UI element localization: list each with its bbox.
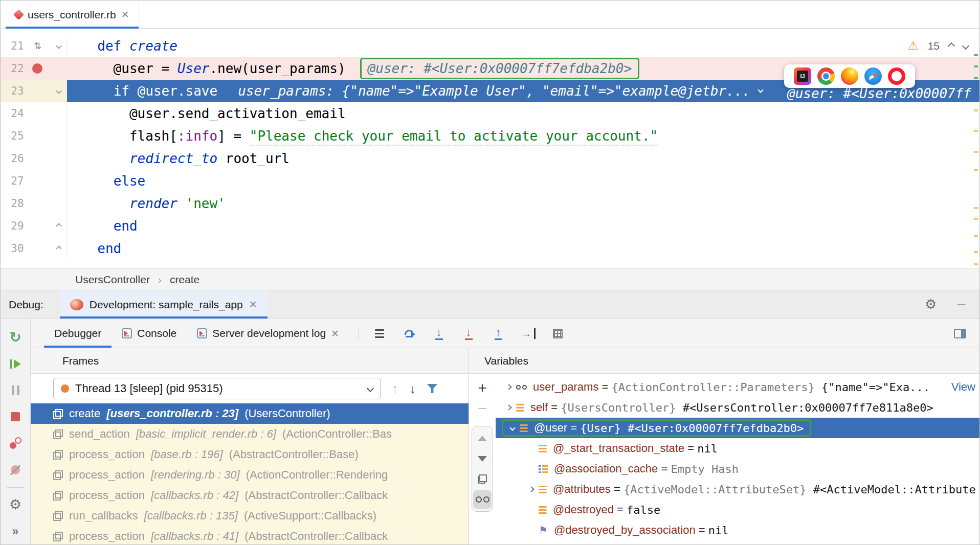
grid-button[interactable] [546, 322, 569, 345]
breadcrumb-class[interactable]: UsersController [75, 274, 150, 286]
frame-method: process_action [69, 530, 145, 543]
layout-icon[interactable] [954, 329, 966, 338]
editor-line[interactable]: 29 end [1, 215, 979, 237]
tab-debugger[interactable]: Debugger [44, 319, 112, 348]
previous-frame-icon[interactable]: ↑ [392, 381, 398, 396]
code-text: create [129, 35, 177, 57]
tab-close-icon[interactable]: ✕ [331, 328, 339, 339]
frame-row[interactable]: process_action[rendering.rb : 30](Action… [31, 465, 469, 485]
view-breakpoints-button[interactable] [1, 430, 30, 457]
thread-selector[interactable]: Thread 13 [sleep] (pid 95315) [53, 378, 381, 399]
frame-row[interactable]: run_callbacks[callbacks.rb : 135](Active… [31, 506, 469, 526]
expand-toggle[interactable] [505, 426, 520, 430]
frame-location: [callbacks.rb : 41] [151, 530, 238, 543]
code-line: redirect_to root_url [67, 147, 979, 170]
pause-icon [12, 385, 19, 395]
warning-mark [974, 263, 978, 265]
add-watch-button[interactable]: + [472, 378, 493, 398]
variable-content: @_start_transaction_state = nil [524, 438, 718, 459]
tab-server-development-log[interactable]: Server development log✕ [187, 319, 349, 348]
editor-line[interactable]: 27 else [1, 170, 979, 192]
rerun-button[interactable]: ↻ [1, 324, 30, 351]
fold-end-icon[interactable] [56, 245, 61, 251]
breakpoint-icon[interactable] [32, 63, 42, 74]
idea-icon[interactable] [794, 67, 811, 85]
breadcrumb-method[interactable]: create [170, 274, 199, 286]
frame-row[interactable]: create[users_controller.rb : 23](UsersCo… [31, 403, 469, 424]
inspection-widget[interactable]: ⚠ 15 [908, 39, 968, 53]
editor-line[interactable]: 28 render 'new' [1, 192, 979, 215]
tab-console[interactable]: Console [112, 319, 187, 348]
expand-toggle[interactable] [502, 405, 516, 410]
move-down-button[interactable] [473, 449, 492, 468]
view-link[interactable]: View [951, 380, 979, 394]
variable-row[interactable]: user_params = {ActionController::Paramet… [496, 377, 979, 397]
opera-icon[interactable] [888, 67, 905, 85]
chrome-icon[interactable] [817, 67, 835, 85]
duplicate-button[interactable] [473, 470, 492, 488]
expand-toggle[interactable] [524, 487, 539, 491]
settings-button[interactable]: ⚙ [1, 492, 30, 518]
resume-button[interactable] [1, 351, 30, 377]
thread-dropdown-icon[interactable] [367, 385, 374, 392]
variable-row[interactable]: ⚑@destroyed_by_association = nil [496, 520, 979, 540]
variable-row[interactable]: @attributes = {ActiveModel::AttributeSet… [496, 479, 979, 499]
frame-icon [53, 491, 63, 501]
run-to-cursor-button[interactable]: → [517, 322, 539, 345]
step-into-button[interactable]: ↓ [428, 322, 450, 345]
code-text: render [129, 192, 177, 215]
toolbar-separator [7, 487, 24, 488]
firefox-icon[interactable] [841, 67, 858, 85]
menu-button[interactable] [368, 322, 391, 345]
editor-line[interactable]: 21⇅ def create [1, 35, 979, 57]
pause-button[interactable] [1, 377, 30, 404]
frame-row[interactable]: process_action[callbacks.rb : 42](Abstra… [31, 485, 469, 506]
prev-problem-icon[interactable] [948, 42, 955, 49]
run-config-tab[interactable]: Development: sample_rails_app ✕ [60, 290, 268, 319]
editor-line[interactable]: 30 end [1, 237, 979, 260]
field-icon [539, 445, 547, 452]
next-frame-icon[interactable]: ↓ [410, 381, 416, 396]
run-config-close-icon[interactable]: ✕ [249, 299, 257, 310]
settings-gear-icon[interactable]: ⚙ [925, 297, 937, 312]
variable-row[interactable]: @association_cache = Empty Hash [496, 459, 979, 479]
error-stripe[interactable] [972, 29, 979, 268]
safari-icon[interactable] [864, 67, 882, 85]
step-over-button[interactable] [398, 322, 420, 345]
hide-window-icon[interactable]: ─ [957, 298, 965, 311]
variable-row[interactable]: @user = {User} #<User:0x00007ff7efdba2b0… [496, 418, 979, 438]
editor-line[interactable]: 24 @user.send_activation_email [1, 102, 979, 125]
editor[interactable]: 21⇅ def create22 @user = User.new(user_p… [1, 29, 979, 268]
mute-breakpoints-button[interactable] [1, 457, 30, 483]
editor-tab-close-icon[interactable]: ✕ [121, 9, 129, 20]
remove-watch-button[interactable]: − [472, 398, 493, 419]
variable-name: @_start_transaction_state [553, 442, 684, 455]
gutter: 24 [1, 102, 67, 125]
stop-button[interactable] [1, 403, 30, 430]
frame-row[interactable]: process_action[base.rb : 196](AbstractCo… [31, 444, 469, 465]
frame-row[interactable]: send_action[basic_implicit_render.rb : 6… [31, 424, 469, 444]
more-button[interactable]: » [1, 518, 30, 544]
variables-header: Variables [469, 348, 979, 374]
code-text [81, 170, 114, 192]
fold-collapse-icon[interactable] [56, 88, 61, 94]
hide-library-frames-icon[interactable] [427, 384, 437, 393]
show-watches-button[interactable] [473, 490, 492, 509]
ruby-file-icon [13, 9, 24, 20]
warning-mark [974, 169, 978, 171]
frame-row[interactable]: process_action[callbacks.rb : 41](Abstra… [31, 526, 469, 544]
next-problem-icon[interactable] [962, 42, 969, 49]
hint-expand-icon[interactable] [758, 87, 763, 93]
editor-line[interactable]: 25 flash[:info] = "Please check your ema… [1, 125, 979, 147]
move-up-button[interactable] [473, 429, 492, 447]
fold-collapse-icon[interactable] [56, 43, 61, 49]
step-out-button[interactable]: ↑ [487, 322, 509, 345]
variable-row[interactable]: @destroyed = false [496, 499, 979, 520]
variable-row[interactable]: @_start_transaction_state = nil [496, 438, 979, 459]
fold-end-icon[interactable] [56, 223, 61, 229]
force-step-into-button[interactable]: ↓ [457, 322, 480, 345]
expand-toggle[interactable] [502, 385, 516, 389]
editor-tab[interactable]: users_controller.rb ✕ [6, 1, 139, 29]
variable-row[interactable]: self = {UsersController} #<UsersControll… [496, 397, 979, 418]
editor-line[interactable]: 26 redirect_to root_url [1, 147, 979, 170]
